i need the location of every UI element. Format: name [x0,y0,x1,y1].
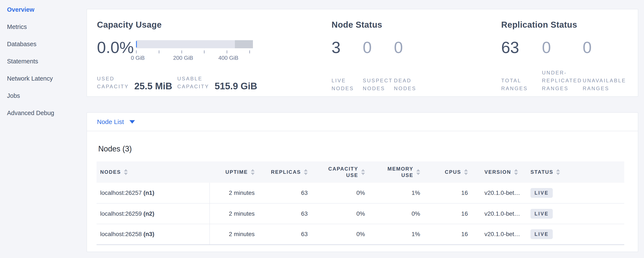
capacity-used-percent: 0.0% [97,40,135,55]
node-status-stat: 0SUSPECT NODES [363,40,394,92]
node-list-header: Node List [87,113,638,131]
memory-use-cell: 1% [371,183,426,203]
memory-use-cell: 0% [371,203,426,224]
cluster-summary-card: Capacity Usage 0.0% 0 GiB200 GiB400 GiB … [86,9,638,97]
sort-arrows-icon [124,169,128,175]
column-header-label: NODES [100,169,121,175]
status-cell: LIVE [527,224,624,245]
nodes-section-title: Nodes (3) [98,145,624,153]
capacity-bar [136,40,253,48]
sort-up-icon [514,169,518,171]
sort-down-icon [416,173,420,175]
column-header-label: CPUS [445,169,461,175]
replication-stat-label: TOTAL RANGES [501,77,542,92]
node-status-stat: 3LIVE NODES [332,40,363,92]
column-header-label: VERSION [484,169,511,175]
sidebar-item-overview[interactable]: Overview [7,6,86,13]
column-header-replicas[interactable]: REPLICAS [260,161,314,183]
capacity-axis-ticks [136,50,253,53]
sort-arrows-icon [361,169,365,175]
capacity-stat-label: USABLE CAPACITY [178,75,214,90]
version-cell: v20.1.0-bet… [474,203,527,224]
node-status-stat-value: 0 [394,40,425,55]
sidebar-item-databases[interactable]: Databases [7,40,86,48]
sort-up-icon [556,169,560,171]
column-header-status[interactable]: STATUS [527,161,624,183]
column-header-cpus[interactable]: CPUS [426,161,474,183]
sort-down-icon [514,173,518,175]
sidebar-item-metrics[interactable]: Metrics [7,23,86,30]
replication-status-title: Replication Status [501,20,629,30]
capacity-stat-value: 515.9 GiB [215,82,258,90]
node-status-title: Node Status [332,20,502,30]
node-id: (n3) [144,231,154,237]
node-id: (n2) [144,210,154,217]
uptime-cell: 2 minutes [210,183,260,203]
main-content: Capacity Usage 0.0% 0 GiB200 GiB400 GiB … [86,0,638,252]
cpus-cell: 16 [426,224,474,245]
capacity-usage-section: Capacity Usage 0.0% 0 GiB200 GiB400 GiB … [97,20,332,90]
capacity-bar-chart: 0 GiB200 GiB400 GiB [136,40,253,61]
cpus-cell: 16 [426,183,474,203]
replication-stat-value: 0 [583,40,629,55]
node-address-cell[interactable]: localhost:26257 (n1) [96,183,210,203]
sidebar-item-network-latency[interactable]: Network Latency [7,75,86,82]
replication-stat-value: 63 [501,40,542,55]
node-list-card: Node List Nodes (3) NODESUPTIMEREPLICASC… [86,112,638,252]
capacity-stat-value: 25.5 MiB [134,82,172,90]
version-cell: v20.1.0-bet… [474,183,527,203]
node-list-dropdown[interactable]: Node List [97,118,135,125]
replicas-cell: 63 [260,203,314,224]
node-address-cell[interactable]: localhost:26258 (n3) [96,224,210,245]
sidebar-item-jobs[interactable]: Jobs [7,92,86,99]
column-header-version[interactable]: VERSION [474,161,527,183]
replication-stat-value: 0 [542,40,583,55]
capacity-use-cell: 0% [314,183,371,203]
node-status-stat-label: DEAD NODES [394,77,425,92]
column-header-capacity_use[interactable]: CAPACITY USE [314,161,371,183]
capacity-use-cell: 0% [314,203,371,224]
node-status-stat-label: SUSPECT NODES [363,77,394,92]
column-header-label: CAPACITY USE [317,166,358,178]
capacity-stat: USED CAPACITY25.5 MiB [97,75,172,90]
nodes-table: NODESUPTIMEREPLICASCAPACITY USEMEMORY US… [96,161,624,245]
node-id: (n1) [144,190,154,196]
sidebar-item-advanced-debug[interactable]: Advanced Debug [7,109,86,116]
capacity-stat-label: USED CAPACITY [97,75,134,90]
memory-use-cell: 1% [371,224,426,245]
sort-arrows-icon [464,169,468,175]
axis-tick [249,50,250,53]
capacity-bar-reserved-segment [235,40,253,48]
axis-tick-label: 200 GiB [173,55,193,61]
capacity-stats: USED CAPACITY25.5 MiBUSABLE CAPACITY515.… [97,75,332,90]
sidebar-item-statements[interactable]: Statements [7,58,86,65]
axis-tick [204,50,204,53]
replication-stat: 0UNDER-REPLICATED RANGES [542,40,583,92]
status-cell: LIVE [527,203,624,224]
replication-stat: 0UNAVAILABLE RANGES [583,40,629,92]
axis-tick [182,50,182,53]
axis-tick [136,50,137,53]
sort-up-icon [304,169,308,171]
sort-arrows-icon [416,169,420,175]
axis-tick [226,50,227,53]
node-status-stat: 0DEAD NODES [394,40,425,92]
capacity-usage-title: Capacity Usage [97,20,332,30]
status-badge: LIVE [530,229,553,239]
axis-tick-label: 0 GiB [131,55,145,61]
version-cell: v20.1.0-bet… [474,224,527,245]
sort-arrows-icon [514,169,518,175]
sort-arrows-icon [304,169,308,175]
capacity-use-cell: 0% [314,224,371,245]
sort-up-icon [124,169,128,171]
node-status-section: Node Status 3LIVE NODES0SUSPECT NODES0DE… [332,20,502,90]
node-address-cell[interactable]: localhost:26259 (n2) [96,203,210,224]
sort-down-icon [304,173,308,175]
column-header-nodes[interactable]: NODES [96,161,210,183]
uptime-cell: 2 minutes [210,224,260,245]
column-header-label: STATUS [530,169,553,175]
node-status-stat-label: LIVE NODES [332,77,363,92]
sidebar: OverviewMetricsDatabasesStatementsNetwor… [0,0,86,258]
column-header-uptime[interactable]: UPTIME [210,161,260,183]
column-header-memory_use[interactable]: MEMORY USE [371,161,426,183]
